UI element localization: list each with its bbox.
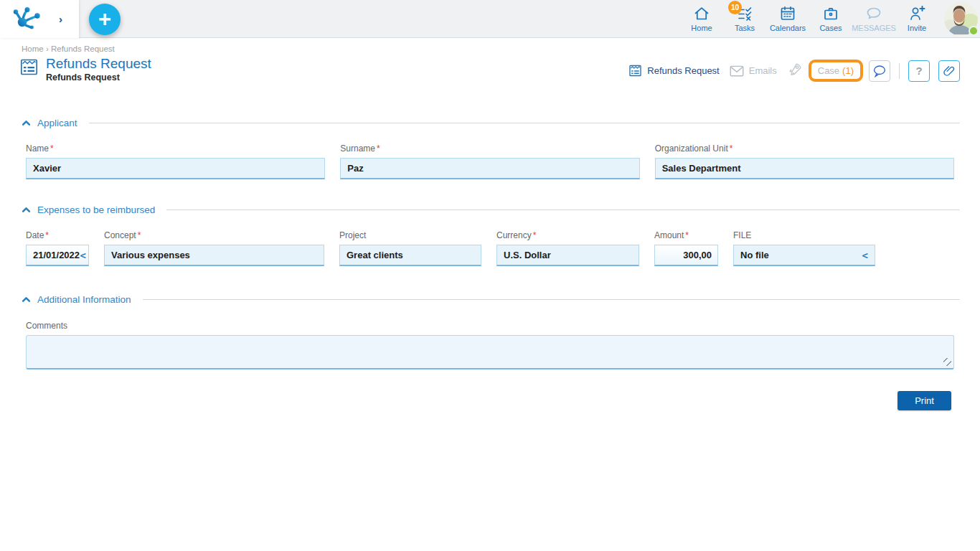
breadcrumb-separator: ›: [46, 44, 49, 53]
calendar-icon: [779, 5, 796, 22]
nav-cases[interactable]: Cases: [809, 0, 852, 38]
envelope-icon: [730, 65, 744, 77]
section-rule: [166, 209, 960, 210]
nav-tasks[interactable]: 10 Tasks: [723, 0, 766, 38]
user-avatar[interactable]: [944, 2, 978, 36]
section-rule: [89, 123, 960, 123]
field-project: Project Great clients: [339, 230, 481, 266]
file-input[interactable]: No file <: [733, 245, 875, 266]
field-file-label: FILE: [733, 230, 875, 240]
help-button[interactable]: ?: [908, 60, 930, 82]
briefcase-icon: [822, 5, 839, 22]
field-concept-label: Concept*: [104, 230, 324, 240]
nav-messages[interactable]: MESSAGES: [852, 0, 895, 38]
logo-panel: ›: [0, 0, 79, 38]
breadcrumb-current: Refunds Request: [51, 44, 115, 53]
field-comments-label: Comments: [26, 321, 954, 331]
date-value: 21/01/2022: [33, 250, 80, 260]
invite-icon: [908, 5, 925, 22]
section-header-expenses[interactable]: Expenses to be reimbursed: [22, 204, 960, 215]
top-nav: Home 10 Tasks Calendars: [680, 0, 938, 38]
chevron-up-icon[interactable]: [22, 118, 31, 128]
field-org-unit-label: Organizational Unit*: [655, 143, 954, 154]
attachments-button[interactable]: [938, 60, 960, 82]
required-asterisk: *: [50, 143, 54, 154]
nav-home[interactable]: Home: [680, 0, 723, 38]
page-title: Refunds Request: [46, 56, 151, 72]
nav-cases-label: Cases: [819, 24, 842, 32]
online-status-dot: [969, 26, 979, 36]
comments-bubble-button[interactable]: [869, 60, 890, 82]
emails-tab-label: Emails: [749, 65, 777, 76]
file-picker-chevron-icon[interactable]: <: [862, 250, 868, 261]
currency-input[interactable]: U.S. Dollar: [496, 245, 639, 266]
section-header-applicant[interactable]: Applicant: [22, 117, 960, 128]
case-tab-highlighted[interactable]: Case (1): [809, 60, 863, 82]
file-value: No file: [740, 250, 769, 260]
field-comments: Comments: [26, 321, 954, 369]
datepicker-chevron-icon[interactable]: <: [80, 250, 86, 261]
field-name-label: Name*: [26, 143, 325, 154]
breadcrumb: Home › Refunds Request: [22, 44, 980, 53]
required-asterisk: *: [533, 230, 537, 240]
nav-calendars[interactable]: Calendars: [766, 0, 809, 38]
collapse-menu-chevron-icon[interactable]: ›: [59, 14, 62, 24]
rocket-icon: [787, 62, 803, 80]
required-asterisk: *: [45, 230, 49, 240]
organizational-unit-input[interactable]: Sales Department: [655, 158, 954, 179]
field-amount-label: Amount*: [654, 230, 718, 240]
field-concept: Concept* Various expenses: [104, 230, 324, 266]
section-title-additional-information: Additional Information: [37, 294, 131, 305]
nav-messages-label: MESSAGES: [852, 24, 896, 32]
required-asterisk: *: [138, 230, 141, 240]
breadcrumb-home[interactable]: Home: [22, 44, 44, 53]
title-row: Refunds Request Refunds Request Refunds …: [0, 56, 980, 96]
print-button[interactable]: Print: [897, 391, 951, 410]
comments-textarea[interactable]: [26, 335, 954, 369]
required-asterisk: *: [730, 143, 733, 154]
nav-calendars-label: Calendars: [770, 24, 806, 32]
emails-tab: Emails: [730, 65, 777, 77]
chat-bubble-icon: [872, 65, 887, 77]
section-title-expenses: Expenses to be reimbursed: [37, 204, 155, 215]
tasks-count-badge: 10: [728, 1, 742, 14]
toolbar-divider: [899, 63, 900, 79]
paperclip-icon: [943, 65, 956, 77]
field-date-label: Date*: [26, 230, 89, 240]
field-date: Date* 21/01/2022 <: [26, 230, 89, 266]
page-subtitle: Refunds Request: [46, 72, 151, 83]
nav-invite-label: Invite: [908, 24, 926, 32]
processmaker-logo-icon[interactable]: [11, 4, 49, 34]
nav-invite[interactable]: Invite: [895, 0, 938, 38]
resize-grip-icon[interactable]: [943, 358, 951, 366]
form-document-icon: [628, 64, 642, 77]
field-file: FILE No file <: [733, 230, 875, 266]
date-input[interactable]: 21/01/2022 <: [26, 245, 89, 266]
case-count: (1): [842, 65, 854, 76]
case-action-bar: Refunds Request Emails Case (1): [628, 60, 960, 82]
section-title-applicant: Applicant: [37, 118, 77, 128]
name-input[interactable]: Xavier: [26, 158, 325, 179]
form-tab-refunds-request[interactable]: Refunds Request: [628, 64, 719, 77]
case-tab-label: Case: [818, 65, 839, 76]
page-title-block: Refunds Request Refunds Request: [46, 56, 151, 83]
expenses-fields-row: Date* 21/01/2022 < Concept* Various expe…: [26, 230, 954, 266]
surname-input[interactable]: Paz: [340, 158, 639, 179]
field-surname-label: Surname*: [340, 143, 639, 154]
amount-input[interactable]: 300,00: [654, 245, 718, 266]
field-currency-label: Currency*: [496, 230, 639, 240]
home-icon: [693, 5, 710, 22]
section-header-additional-information[interactable]: Additional Information: [22, 293, 960, 305]
chevron-up-icon[interactable]: [22, 205, 31, 215]
print-row: Print: [0, 391, 951, 410]
form-tab-label: Refunds Request: [647, 65, 719, 76]
concept-input[interactable]: Various expenses: [104, 245, 324, 266]
field-surname: Surname* Paz: [340, 143, 639, 179]
field-organizational-unit: Organizational Unit* Sales Department: [655, 143, 954, 179]
form-document-icon: [19, 57, 39, 80]
required-asterisk: *: [685, 230, 689, 240]
applicant-fields-row: Name* Xavier Surname* Paz Organizational…: [26, 143, 954, 179]
new-case-button[interactable]: +: [89, 4, 121, 35]
chevron-up-icon[interactable]: [22, 295, 31, 304]
project-input[interactable]: Great clients: [339, 245, 481, 266]
